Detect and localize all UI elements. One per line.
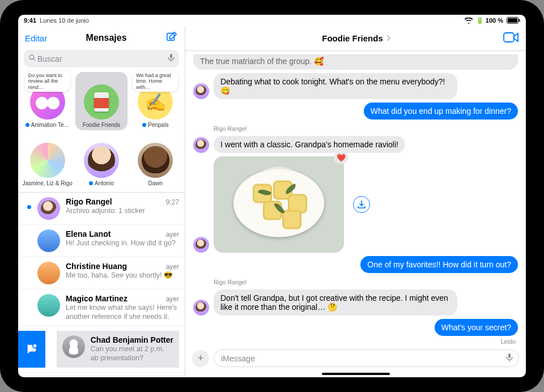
pin-label: Penpals — [148, 122, 168, 128]
pin-foodie[interactable]: Foodie Friends — [75, 72, 127, 130]
wifi-icon — [465, 18, 473, 24]
search-icon — [28, 54, 36, 63]
list-item[interactable]: Christine Huangayer Me too, haha. See yo… — [18, 257, 185, 289]
avatar — [193, 83, 209, 99]
status-time: 9:41 — [24, 17, 36, 24]
row-name: Jenny Court — [66, 377, 112, 378]
pin-label: Jasmine, Liz & Rigo — [22, 180, 72, 186]
message-out: One of my favorites!! How did it turn ou… — [360, 256, 518, 273]
edit-button[interactable]: Editar — [25, 33, 47, 43]
save-attachment-button[interactable] — [353, 196, 370, 213]
svg-point-6 — [33, 344, 37, 348]
pin-animation[interactable]: Do you want to review all the rend… Anim… — [22, 72, 73, 130]
row-time: ayer — [166, 295, 179, 303]
list-item[interactable]: Jenny Courtayer Can't wait to see you! — [18, 373, 185, 378]
pinned-grid: Do you want to review all the rend… Anim… — [18, 72, 185, 192]
avatar — [37, 262, 60, 284]
row-time: ayer — [166, 231, 179, 238]
row-preview: Let me know what she says! Here's anothe… — [66, 304, 179, 321]
list-item-swiped[interactable]: Chad Benjamin Potter Can you meet at 2 p… — [18, 326, 185, 372]
list-item[interactable]: Magico Martinezayer Let me know what she… — [18, 289, 185, 326]
pin-dawn[interactable]: Dawn — [130, 130, 181, 189]
avatar — [193, 237, 209, 253]
search-input[interactable] — [36, 54, 168, 64]
chat-pane: ••• Foodie Friends The true matriarch of… — [185, 26, 526, 377]
pin-preview: Do you want to review all the rend… — [25, 71, 70, 92]
avatar — [193, 300, 209, 316]
sidebar-title: Mensajes — [86, 33, 127, 43]
sender-label: Rigo Rangel — [214, 125, 518, 132]
row-name: Rigo Rangel — [66, 197, 112, 206]
chevron-right-icon — [384, 36, 390, 41]
compose-icon[interactable] — [165, 31, 178, 45]
avatar — [37, 229, 60, 252]
avatar — [84, 143, 119, 178]
avatar — [138, 143, 173, 178]
truncated-message: The true matriarch of the group. 🥰 — [193, 54, 518, 70]
row-preview: Archivo adjunto: 1 sticker — [66, 207, 179, 216]
svg-rect-2 — [519, 19, 520, 22]
avatar — [37, 377, 60, 378]
avatar — [30, 143, 65, 178]
pin-antonio[interactable]: Antonio — [75, 130, 127, 189]
status-bar: 9:41 Lunes 10 de junio 🔋 100 % — [18, 15, 526, 26]
pin-penpals[interactable]: We had a great time. Home with… Penpals — [130, 72, 181, 130]
sidebar: Editar Mensajes Do you want to review al… — [18, 26, 185, 377]
battery-label: 🔋 100 % — [476, 17, 503, 24]
avatar — [84, 84, 119, 120]
row-preview: Me too, haha. See you shortly! 😎 — [66, 271, 179, 280]
svg-rect-7 — [504, 33, 514, 42]
message-in: Debating what to cook tonight. What's on… — [214, 73, 457, 99]
message-input[interactable] — [220, 353, 506, 364]
message-out: What's your secret? — [435, 319, 518, 336]
row-preview: Can you meet at 2 p.m. ab presentation? — [91, 345, 173, 363]
message-out: What did you end up making for dinner? — [364, 103, 518, 120]
message-in: Don't tell Grandpa, but I got creative w… — [214, 289, 457, 316]
apps-button[interactable]: + — [192, 350, 209, 367]
list-item[interactable]: Rigo Rangel9:27 Archivo adjunto: 1 stick… — [18, 193, 185, 225]
row-preview: Hi! Just checking in. How did it go? — [66, 239, 179, 248]
pin-preview: We had a great time. Home with… — [133, 71, 178, 92]
chat-title[interactable]: Foodie Friends — [322, 33, 389, 43]
sender-label: Rigo Rangel — [214, 279, 518, 286]
row-time: 9:27 — [166, 198, 179, 206]
svg-rect-5 — [170, 54, 172, 58]
image-attachment[interactable] — [214, 156, 344, 253]
row-name: Christine Huang — [66, 262, 127, 271]
unread-dot — [27, 205, 31, 209]
avatar — [62, 335, 85, 358]
pin-label: Antonio — [95, 180, 114, 186]
mark-unread-button[interactable] — [18, 331, 45, 367]
message-in: I went with a classic. Grandpa's homemad… — [214, 136, 405, 153]
svg-point-4 — [29, 55, 34, 59]
tapback-love-icon[interactable]: ❤️ — [334, 152, 348, 164]
unread-dot — [142, 123, 146, 127]
unread-dot — [89, 181, 93, 185]
avatar — [37, 197, 60, 220]
svg-rect-8 — [508, 353, 511, 358]
read-receipt: Leído — [193, 338, 516, 345]
chat-header: Foodie Friends — [185, 26, 526, 51]
pin-label: Animation Te… — [31, 122, 70, 128]
avatar — [193, 137, 209, 153]
pin-label: Foodie Friends — [83, 122, 121, 128]
search-field[interactable] — [24, 50, 179, 67]
home-indicator[interactable] — [322, 373, 390, 375]
message-thread[interactable]: The true matriarch of the group. 🥰 Debat… — [185, 51, 526, 346]
dictate-icon[interactable] — [168, 53, 175, 64]
row-name: Chad Benjamin Potter — [91, 335, 173, 344]
unread-dot — [26, 123, 29, 127]
pin-jasmine[interactable]: Jasmine, Liz & Rigo — [22, 130, 73, 189]
svg-rect-1 — [508, 18, 517, 23]
compose-field[interactable] — [214, 350, 519, 367]
battery-icon — [507, 17, 520, 24]
row-time: ayer — [166, 263, 179, 271]
row-name: Magico Martinez — [66, 294, 128, 303]
list-item[interactable]: Elena Lanotayer Hi! Just checking in. Ho… — [18, 225, 185, 257]
pin-label: Dawn — [148, 180, 163, 186]
status-date: Lunes 10 de junio — [40, 17, 89, 24]
avatar — [37, 294, 60, 317]
composer: + — [185, 346, 526, 372]
dictate-icon[interactable] — [506, 353, 513, 364]
facetime-icon[interactable] — [503, 32, 519, 45]
